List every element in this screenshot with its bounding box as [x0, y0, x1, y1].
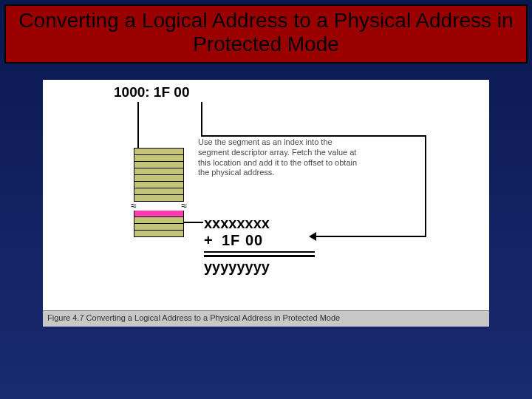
break-mark-icon: ≈: [131, 200, 137, 211]
result-value: yyyyyyyy: [204, 259, 270, 276]
base-value: xxxxxxxx: [204, 215, 270, 232]
explanation-text: Use the segment as an index into the seg…: [198, 137, 361, 178]
divider: [204, 255, 315, 257]
address-math: xxxxxxxx + 1F 00 yyyyyyyy: [204, 215, 315, 276]
title-bar: Converting a Logical Address to a Physic…: [4, 4, 528, 64]
connector-line: [137, 102, 139, 148]
table-row: [134, 230, 184, 237]
figure-caption: Figure 4.7 Converting a Logical Address …: [43, 310, 489, 327]
divider: [204, 251, 315, 253]
connector-line: [425, 135, 426, 237]
connector-line: [184, 222, 203, 223]
table-break: ≈ ≈: [134, 202, 184, 211]
segment-descriptor-table: ≈ ≈: [134, 148, 184, 237]
page-title: Converting a Logical Address to a Physic…: [12, 9, 520, 56]
connector-line: [201, 135, 426, 137]
connector-line: [201, 102, 202, 137]
diagram: 1000: 1F 00 ≈ ≈ Use the segment as an in…: [43, 80, 489, 310]
offset-value: 1F 00: [222, 232, 263, 249]
connector-line: [316, 236, 426, 237]
table-row: [134, 194, 184, 202]
logical-address: 1000: 1F 00: [114, 84, 189, 100]
break-mark-icon: ≈: [181, 200, 187, 211]
plus-sign: +: [204, 232, 222, 249]
